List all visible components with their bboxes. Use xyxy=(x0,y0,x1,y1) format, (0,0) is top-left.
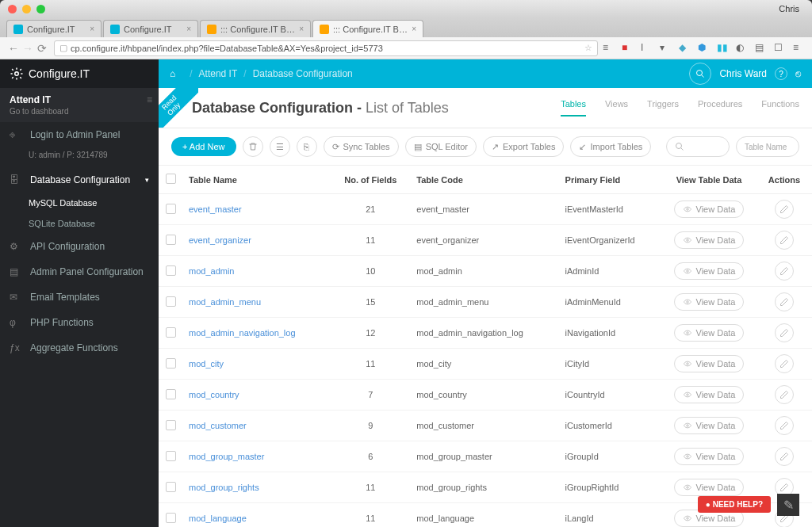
edit-button[interactable] xyxy=(775,447,794,466)
sidebar-item-aggregate[interactable]: ƒx Aggregate Functions xyxy=(0,335,159,361)
table-name-link[interactable]: mod_country xyxy=(189,390,239,399)
row-checkbox[interactable] xyxy=(166,420,176,430)
view-data-button[interactable]: View Data xyxy=(674,200,745,218)
tab-views[interactable]: Views xyxy=(605,99,628,116)
sql-editor-button[interactable]: ▤SQL Editor xyxy=(405,136,477,157)
col-pk[interactable]: Primary Field xyxy=(559,166,661,194)
table-name-link[interactable]: mod_admin xyxy=(189,266,234,276)
sidebar-sub-sqlite[interactable]: SQLite Database xyxy=(0,213,159,234)
sidebar-sub-mysql[interactable]: MySQL Database xyxy=(0,193,159,213)
menu-icon[interactable]: ≡ xyxy=(147,94,152,105)
table-name-link[interactable]: mod_admin_menu xyxy=(189,297,261,307)
row-checkbox[interactable] xyxy=(166,327,176,338)
project-header[interactable]: Attend IT Go to dashboard ≡ xyxy=(0,88,159,122)
tab-functions[interactable]: Functions xyxy=(761,99,799,116)
tab-tables[interactable]: Tables xyxy=(561,99,586,116)
ext-icon[interactable]: I xyxy=(641,42,653,55)
delete-button[interactable] xyxy=(243,136,263,157)
edit-button[interactable] xyxy=(775,292,794,311)
breadcrumb-item[interactable]: Attend IT xyxy=(199,68,238,79)
close-window-icon[interactable] xyxy=(8,5,17,13)
view-data-button[interactable]: View Data xyxy=(674,386,745,403)
table-name-link[interactable]: mod_group_rights xyxy=(189,483,259,492)
edit-button[interactable] xyxy=(775,200,794,219)
import-tables-button[interactable]: ↙Import Tables xyxy=(570,136,651,157)
table-name-link[interactable]: event_organizer xyxy=(189,235,251,245)
breadcrumb-item[interactable]: Database Configuration xyxy=(253,68,353,79)
table-name-link[interactable]: mod_city xyxy=(189,359,224,369)
col-fields[interactable]: No. of Fields xyxy=(331,166,410,194)
ext-icon[interactable]: ☐ xyxy=(774,42,787,55)
maximize-window-icon[interactable] xyxy=(36,5,45,13)
close-tab-icon[interactable]: × xyxy=(412,25,416,33)
edit-button[interactable] xyxy=(775,231,794,250)
search-input[interactable] xyxy=(666,136,730,157)
table-name-link[interactable]: mod_language xyxy=(189,514,247,523)
sidebar-item-php[interactable]: φ PHP Functions xyxy=(0,310,159,335)
ext-icon[interactable]: ▮▮ xyxy=(717,42,730,55)
view-data-button[interactable]: View Data xyxy=(674,417,745,434)
browser-tab[interactable]: ::: Configure.IT Backend :::× xyxy=(312,20,423,37)
edit-button[interactable] xyxy=(775,385,794,404)
sidebar-item-api[interactable]: ⚙ API Configuration xyxy=(0,234,159,259)
edit-button[interactable] xyxy=(775,416,794,435)
row-checkbox[interactable] xyxy=(166,265,176,276)
col-code[interactable]: Table Code xyxy=(410,166,558,194)
close-tab-icon[interactable]: × xyxy=(299,25,304,33)
row-checkbox[interactable] xyxy=(166,513,176,523)
table-name-link[interactable]: event_master xyxy=(189,204,242,214)
tab-procedures[interactable]: Procedures xyxy=(698,99,742,116)
export-tables-button[interactable]: ↗Export Tables xyxy=(483,136,564,157)
edit-button[interactable] xyxy=(775,323,794,342)
ext-icon[interactable]: ◐ xyxy=(736,42,749,55)
sidebar-item-database[interactable]: 🗄 Database Configuration ▾ xyxy=(0,167,159,193)
view-data-button[interactable]: View Data xyxy=(674,355,745,372)
help-icon[interactable]: ? xyxy=(775,67,787,80)
col-name[interactable]: Table Name xyxy=(182,166,331,194)
forward-icon[interactable]: → xyxy=(21,42,35,55)
url-input[interactable]: ▢ cp.configure.it/hbpanel/index.php?file… xyxy=(54,40,598,56)
row-checkbox[interactable] xyxy=(166,204,176,214)
need-help-button[interactable]: ● NEED HELP? xyxy=(698,496,771,513)
close-tab-icon[interactable]: × xyxy=(90,25,94,33)
feedback-button[interactable]: ✎ xyxy=(777,494,799,516)
tab-triggers[interactable]: Triggers xyxy=(647,99,679,116)
add-new-button[interactable]: + Add New xyxy=(171,137,236,156)
back-icon[interactable]: ← xyxy=(6,42,21,55)
star-icon[interactable]: ☆ xyxy=(584,43,592,53)
ext-icon[interactable]: ■ xyxy=(622,42,634,55)
copy-button[interactable]: ⎘ xyxy=(297,136,317,157)
view-data-button[interactable]: View Data xyxy=(674,262,745,280)
view-data-button[interactable]: View Data xyxy=(674,293,745,311)
browser-tab[interactable]: Configure.IT× xyxy=(6,20,102,37)
view-data-button[interactable]: View Data xyxy=(674,479,745,496)
filter-select[interactable]: Table Name xyxy=(736,136,799,157)
row-checkbox[interactable] xyxy=(166,451,176,461)
edit-button[interactable] xyxy=(775,262,794,281)
browser-tab[interactable]: Configure.IT× xyxy=(103,20,198,37)
home-icon[interactable]: ⌂ xyxy=(170,68,175,79)
ext-icon[interactable]: ⬢ xyxy=(698,42,710,55)
row-checkbox[interactable] xyxy=(166,358,176,369)
table-name-link[interactable]: mod_customer xyxy=(189,421,247,430)
close-tab-icon[interactable]: × xyxy=(186,25,191,33)
ext-icon[interactable]: ▾ xyxy=(660,42,672,55)
menu-icon[interactable]: ≡ xyxy=(793,42,806,55)
edit-button[interactable] xyxy=(775,354,794,373)
table-name-link[interactable]: mod_group_master xyxy=(189,452,264,461)
view-data-button[interactable]: View Data xyxy=(674,324,745,342)
sidebar-item-admin-login[interactable]: ⎆ Login to Admin Panel xyxy=(0,122,159,147)
logout-icon[interactable]: ⎋ xyxy=(795,68,801,79)
table-name-link[interactable]: mod_admin_navigation_log xyxy=(189,328,296,338)
view-data-button[interactable]: View Data xyxy=(674,231,745,249)
sidebar-item-admin-panel[interactable]: ▤ Admin Panel Configuration xyxy=(0,259,159,285)
minimize-window-icon[interactable] xyxy=(22,5,31,13)
row-checkbox[interactable] xyxy=(166,235,176,245)
ext-icon[interactable]: ▤ xyxy=(755,42,768,55)
select-all-checkbox[interactable] xyxy=(166,174,176,184)
ext-icon[interactable]: ◆ xyxy=(679,42,691,55)
sidebar-item-email[interactable]: ✉ Email Templates xyxy=(0,285,159,310)
ext-icon[interactable]: ≡ xyxy=(603,42,615,55)
row-checkbox[interactable] xyxy=(166,296,176,307)
user-name[interactable]: Chris Ward xyxy=(719,68,767,79)
